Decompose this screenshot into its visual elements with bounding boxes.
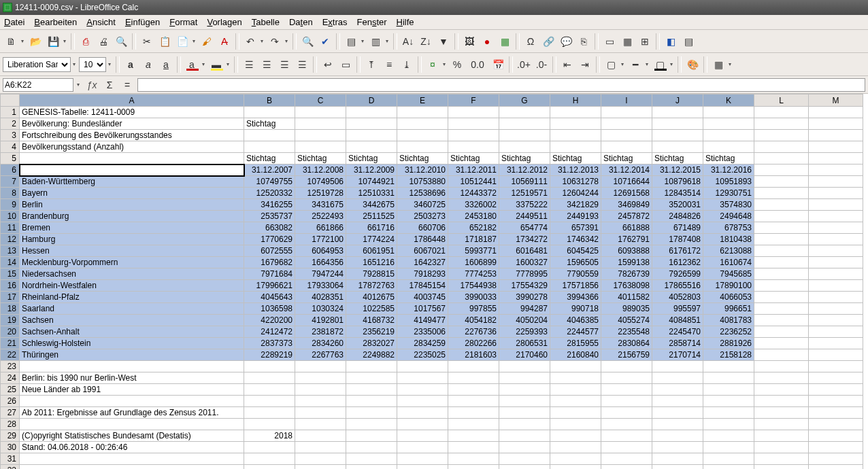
cell-J26[interactable] — [652, 396, 703, 407]
cell-E3[interactable] — [397, 130, 448, 141]
cell-D8[interactable]: 12510331 — [346, 188, 397, 199]
cell-C23[interactable] — [295, 361, 346, 372]
row-header-3[interactable]: 3 — [1, 130, 20, 141]
cell-K25[interactable] — [703, 384, 754, 396]
cell-K4[interactable] — [703, 141, 754, 153]
row-header-21[interactable]: 21 — [1, 338, 20, 349]
menu-vorlagen[interactable]: Vorlagen — [207, 17, 241, 27]
border-style-dropdown[interactable]: ▾ — [644, 61, 650, 67]
cell-C22[interactable]: 2267763 — [295, 349, 346, 361]
print-preview-button[interactable]: 🔍 — [113, 33, 129, 50]
cell-H7[interactable]: 10631278 — [550, 176, 601, 188]
cell-L27[interactable] — [754, 407, 809, 419]
italic-button[interactable]: a — [140, 56, 156, 73]
cell-C1[interactable] — [295, 107, 346, 118]
align-top-button[interactable]: ⤒ — [363, 56, 380, 73]
cell-A15[interactable]: Niedersachsen — [20, 268, 244, 280]
cell-J31[interactable] — [652, 453, 703, 465]
cell-M12[interactable] — [809, 234, 863, 245]
name-box-dropdown[interactable]: ▾ — [75, 82, 82, 88]
cell-D25[interactable] — [346, 384, 397, 396]
undo-dropdown[interactable]: ▾ — [258, 38, 265, 44]
cell-K23[interactable] — [703, 361, 754, 372]
cell-H20[interactable]: 2244577 — [550, 326, 601, 338]
cell-A5[interactable] — [20, 153, 244, 164]
cell-J23[interactable] — [652, 361, 703, 372]
column-header-L[interactable]: L — [754, 94, 809, 107]
menu-bearbeiten[interactable]: Bearbeiten — [34, 17, 77, 27]
row-button[interactable]: ▤ — [343, 33, 359, 50]
cell-C7[interactable]: 10749506 — [295, 176, 346, 188]
date-format-button[interactable]: 📅 — [490, 56, 506, 73]
decrease-indent-button[interactable]: ⇤ — [559, 56, 575, 73]
cell-M9[interactable] — [809, 199, 863, 211]
cell-M29[interactable] — [809, 430, 863, 442]
cell-A14[interactable]: Mecklenburg-Vorpommern — [20, 257, 244, 268]
cell-A29[interactable]: (C)opyright Statistisches Bundesamt (Des… — [20, 430, 244, 442]
cell-M6[interactable] — [809, 164, 863, 176]
cell-B12[interactable]: 1770629 — [244, 234, 295, 245]
cell-I31[interactable] — [601, 453, 652, 465]
cell-B31[interactable] — [244, 453, 295, 465]
cell-J22[interactable]: 2170714 — [652, 349, 703, 361]
cell-D20[interactable]: 2356219 — [346, 326, 397, 338]
column-dropdown[interactable]: ▾ — [384, 38, 390, 44]
cell-H11[interactable]: 657391 — [550, 222, 601, 234]
currency-dropdown[interactable]: ▾ — [441, 61, 448, 67]
open-button[interactable]: 📂 — [27, 33, 44, 50]
spreadsheet-grid[interactable]: ABCDEFGHIJKLM1GENESIS-Tabelle: 12411-000… — [0, 94, 868, 469]
column-header-E[interactable]: E — [397, 94, 448, 107]
cell-H6[interactable]: 31.12.2013 — [550, 164, 601, 176]
cell-B4[interactable] — [244, 141, 295, 153]
cell-E10[interactable]: 2503273 — [397, 211, 448, 222]
cell-K22[interactable]: 2158128 — [703, 349, 754, 361]
cell-F28[interactable] — [448, 419, 499, 430]
cell-E31[interactable] — [397, 453, 448, 465]
row-dropdown[interactable]: ▾ — [359, 38, 366, 44]
cell-K14[interactable]: 1610674 — [703, 257, 754, 268]
cell-G29[interactable] — [499, 430, 550, 442]
cell-D21[interactable]: 2832027 — [346, 338, 397, 349]
sort-desc-button[interactable]: Z↓ — [418, 33, 434, 50]
cell-B14[interactable]: 1679682 — [244, 257, 295, 268]
cell-H31[interactable] — [550, 453, 601, 465]
cell-B29[interactable]: 2018 — [244, 430, 295, 442]
cell-A18[interactable]: Saarland — [20, 303, 244, 315]
cell-H32[interactable] — [550, 465, 601, 470]
cell-D27[interactable] — [346, 407, 397, 419]
cell-F17[interactable]: 3990033 — [448, 292, 499, 303]
cell-A27[interactable]: Ab 2011: Ergebnisse auf Grundlage des Ze… — [20, 407, 244, 419]
cell-C28[interactable] — [295, 419, 346, 430]
cell-E30[interactable] — [397, 442, 448, 453]
cell-C12[interactable]: 1772100 — [295, 234, 346, 245]
cell-G25[interactable] — [499, 384, 550, 396]
cell-I29[interactable] — [601, 430, 652, 442]
cell-J17[interactable]: 4052803 — [652, 292, 703, 303]
number-format-button[interactable]: 0.0 — [467, 56, 488, 73]
define-print-area-button[interactable]: ▭ — [601, 33, 618, 50]
row-header-27[interactable]: 27 — [1, 407, 20, 419]
cell-F15[interactable]: 7774253 — [448, 268, 499, 280]
cell-L1[interactable] — [754, 107, 809, 118]
cell-M20[interactable] — [809, 326, 863, 338]
cell-D3[interactable] — [346, 130, 397, 141]
paste-button[interactable]: 📄 — [174, 33, 190, 50]
row-header-23[interactable]: 23 — [1, 361, 20, 372]
cell-A32[interactable] — [20, 465, 244, 470]
cell-G3[interactable] — [499, 130, 550, 141]
row-header-14[interactable]: 14 — [1, 257, 20, 268]
cell-E7[interactable]: 10753880 — [397, 176, 448, 188]
cell-C19[interactable]: 4192801 — [295, 315, 346, 326]
cell-I1[interactable] — [601, 107, 652, 118]
cell-G8[interactable]: 12519571 — [499, 188, 550, 199]
undo-button[interactable]: ↶ — [242, 33, 258, 50]
row-header-28[interactable]: 28 — [1, 419, 20, 430]
save-dropdown[interactable]: ▾ — [61, 38, 68, 44]
cell-G13[interactable]: 6016481 — [499, 245, 550, 257]
align-left-button[interactable]: ☰ — [241, 56, 257, 73]
cell-F8[interactable]: 12443372 — [448, 188, 499, 199]
cell-H28[interactable] — [550, 419, 601, 430]
cell-A4[interactable]: Bevölkerungsstand (Anzahl) — [20, 141, 244, 153]
cell-I6[interactable]: 31.12.2014 — [601, 164, 652, 176]
cell-B9[interactable]: 3416255 — [244, 199, 295, 211]
